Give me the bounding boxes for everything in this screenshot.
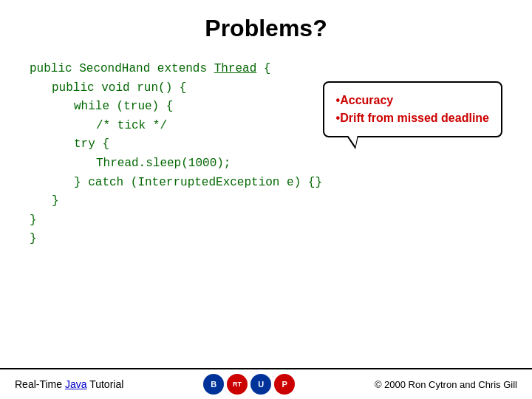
- footer-text-tutorial: Tutorial: [87, 378, 124, 390]
- java-link[interactable]: Java: [65, 378, 87, 390]
- logo-p: P: [274, 374, 295, 395]
- code-line-9: }: [30, 211, 502, 231]
- footer-logos: B RT U P: [203, 374, 295, 395]
- tooltip-bullet-1: •Accuracy: [336, 92, 489, 109]
- logo-u: U: [250, 374, 271, 395]
- tooltip-box: •Accuracy •Drift from missed deadline: [323, 81, 502, 137]
- thread-underline: Thread: [214, 62, 257, 75]
- footer-copyright: © 2000 Ron Cytron and Chris Gill: [375, 379, 517, 390]
- logo-rt: RT: [227, 374, 248, 395]
- code-line-10: }: [30, 230, 502, 249]
- slide: Problems? public SecondHand extends Thre…: [0, 0, 532, 399]
- code-line-5: try {: [74, 135, 502, 154]
- code-line-1: public SecondHand extends Thread {: [30, 60, 502, 79]
- code-line-6: Thread.sleep(1000);: [96, 154, 502, 174]
- logo-b: B: [203, 374, 224, 395]
- code-line-7: } catch (InterruptedException e) {}: [74, 174, 502, 193]
- slide-title: Problems?: [30, 15, 502, 42]
- footer: Real-Time Java Tutorial B RT U P © 2000 …: [0, 368, 532, 399]
- footer-text-real-time: Real-Time: [15, 378, 65, 390]
- tooltip-bullet-2: •Drift from missed deadline: [336, 109, 489, 127]
- footer-left: Real-Time Java Tutorial: [15, 378, 123, 390]
- code-line-8: }: [52, 192, 502, 211]
